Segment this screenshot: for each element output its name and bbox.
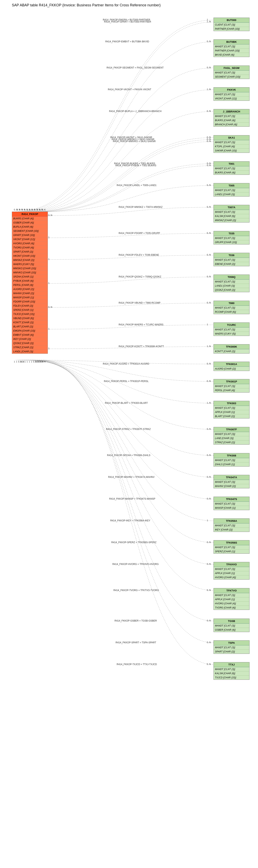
target-field: BRANCH [CHAR (4)] (214, 122, 249, 126)
main-field: EMBVT [CHAR (4)] (12, 333, 48, 337)
target-entity-header: TFK001P (214, 379, 249, 384)
target-field: MANDT [CLNT (3)] (214, 645, 249, 649)
page-title: SAP ABAP table R414_FKKOP {Invoice: Busi… (12, 3, 258, 7)
cardinality-label: 0..N (207, 232, 211, 234)
edge-label: R414_FKKOP-SPZAH = TFK008-ZAHLS (107, 454, 150, 457)
cardinality-label: 0..N (207, 206, 211, 208)
edge-label: R414_FKKOP-SPERZ = TFK056S-SPERZ (111, 541, 156, 544)
edge-label: R414_FKKOP-GPART = BUT000-PARTNER (104, 21, 151, 23)
target-field: LAND1 [CHAR (3)] (214, 192, 249, 196)
target-field: LAND [CHAR (3)] (214, 436, 249, 440)
target-field: VKONT [CHAR (12)] (214, 96, 249, 100)
main-field: BLART [CHAR (2)] (12, 324, 48, 329)
target-field: SPART [CHAR (2)] (214, 649, 249, 654)
target-entity-header: TFK056A (214, 519, 249, 523)
cardinality-label: 0..N (207, 663, 211, 665)
target-field: KALSM [CHAR (6)] (214, 671, 249, 675)
target-entity-box: T059QMANDT [CLNT (3)]LAND1 [CHAR (3)]QSS… (214, 275, 250, 292)
main-field: MWSKO [CHAR (10)] (12, 266, 48, 270)
target-entity-header: T035 (214, 231, 249, 236)
target-entity-header: BUT0BK (214, 39, 249, 44)
cardinality-label: 0..N (48, 306, 52, 308)
edge-label: R414_FKKOP-WAERS = TCURC-WAERS (119, 323, 163, 326)
target-field: MANDT [CLNT (3)] (214, 279, 249, 284)
cardinality-label: 0..N (207, 110, 211, 112)
target-field: MANDT [CLNT (3)] (214, 306, 249, 310)
target-entity-box: TFKTVOMANDT [CLNT (3)]APPLK [CHAR (1)]HV… (214, 588, 250, 610)
target-field: QSSKZ [CHAR (2)] (214, 288, 249, 292)
cardinality-label: 1 (27, 361, 28, 363)
edge-label: R414_FKKOP-IKEY = TFK056A-IKEY (110, 519, 150, 522)
target-field: LAND1 [CHAR (3)] (214, 284, 249, 288)
cardinality-label: 0..N (207, 66, 211, 69)
main-field: HKONT [CHAR (10)] (12, 254, 48, 258)
target-field: MANDT [CLNT (3)] (214, 667, 249, 671)
target-field: WAERS [CUKY (5)] (214, 332, 249, 336)
edge-label: R414_FKKOP-VBUND = T880-RCOMP (119, 302, 160, 304)
target-entity-box: TSPAMANDT [CLNT (3)]SPART [CHAR (2)] (214, 640, 250, 654)
target-entity-box: TFK008MANDT [CLNT (3)]ZAHLS [CHAR (1)] (214, 453, 250, 467)
target-field: MAHNV [CHAR (2)] (214, 484, 249, 488)
target-entity-header: T001 (214, 161, 249, 166)
target-entity-header: TFKHVO (214, 562, 249, 567)
target-entity-box: FAGL_SEGMMANDT [CLNT (3)]SEGMENT [CHAR (… (214, 65, 250, 79)
target-entity-box: TFK047AMANDT [CLNT (3)]MAHNV [CHAR (2)] (214, 475, 250, 488)
target-field: MANDT [CLNT (3)] (214, 92, 249, 96)
target-entity-header: TFK056S (214, 540, 249, 545)
main-field: MANSP [CHAR (1)] (12, 295, 48, 300)
target-entity-header: TCURC (214, 323, 249, 328)
cardinality-label: 1..N (207, 88, 211, 90)
target-field: APPLK [CHAR (1)] (214, 410, 249, 414)
edge-label: R414_FKKOP-STRKZ = TFK007F-STRKZ (106, 428, 151, 431)
cardinality-label: 1..N (207, 402, 211, 404)
cardinality-label: 1 (31, 361, 32, 363)
cardinality-label: 1 (48, 236, 49, 239)
target-entity-header: T880 (214, 301, 249, 306)
target-entity-box: TFK001PMANDT [CLNT (3)]PERSL [CHAR (4)] (214, 379, 250, 393)
main-field: GPART [CHAR (10)] (12, 233, 48, 237)
main-field: TXJCD [CHAR (15)] (12, 312, 48, 316)
target-entity-box: J_1BBRANCHMANDT [CLNT (3)]BUKRS [CHAR (4… (214, 109, 250, 127)
target-field: APPLK [CHAR (1)] (214, 571, 249, 575)
edge-label: R414_FKKOP-FDLEV = T036-EBENE (119, 254, 159, 256)
target-field: MANDT [CLNT (3)] (214, 44, 249, 49)
target-field: APPLK [CHAR (1)] (214, 597, 249, 601)
target-field: MANDT [CLNT (3)] (214, 188, 249, 192)
target-entity-box: TFK056SMANDT [CLNT (3)]SPERZ [CHAR (1)] (214, 540, 250, 554)
cardinality-label: 1 (207, 323, 208, 326)
target-entity-box: TFKHVOMANDT [CLNT (3)]APPLK [CHAR (1)]HV… (214, 562, 250, 580)
target-field: IKEY [CHAR (2)] (214, 528, 249, 532)
target-field: STRKZ [CHAR (2)] (214, 440, 249, 444)
target-entity-box: T036MANDT [CLNT (3)]EBENE [CHAR (2)] (214, 253, 250, 266)
target-entity-header: T036 (214, 253, 249, 258)
cardinality-label: 0..N (207, 428, 211, 430)
target-field: TVORG [CHAR (4)] (214, 606, 249, 610)
cardinality-label: 1 (48, 347, 49, 349)
target-field: BLART [CHAR (2)] (214, 414, 249, 418)
edge-label: R414_FKKOP-AUGRD = TFK001A-AUGRD (103, 363, 149, 365)
target-entity-box: TFK007FMANDT [CLNT (3)]LAND [CHAR (3)]ST… (214, 427, 250, 444)
target-entity-header: SKA1 (214, 135, 249, 140)
main-field: BUKRS [CHAR (4)] (12, 217, 48, 220)
target-entity-header: TGSB (214, 619, 249, 623)
target-field: SEGMENT [CHAR (10)] (214, 74, 249, 79)
target-field: MANSP [CHAR (1)] (214, 506, 249, 510)
target-entity-header: T059Q (214, 275, 249, 279)
cardinality-label: 0..N (207, 619, 211, 622)
cardinality-label: 0..N (207, 40, 211, 42)
main-field: SPZAH [CHAR (1)] (12, 275, 48, 279)
main-field: HVORG [CHAR (4)] (12, 241, 48, 245)
target-field: MANDT [CLNT (3)] (214, 166, 249, 170)
main-field: SPART [CHAR (2)] (12, 250, 48, 254)
edge-label: R414_FKKOP-HVORG = TFKHVO-HVORG (112, 563, 158, 565)
target-entity-box: TFK056AMANDT [CLNT (3)]IKEY [CHAR (2)] (214, 519, 250, 532)
main-field: PYBUK [CHAR (4)] (12, 279, 48, 283)
edge-label: R414_FKKOP-EMBVT = BUT0BK-BKVID (105, 40, 149, 43)
target-field: HVORG [CHAR (4)] (214, 575, 249, 579)
target-entity-header: TTXJ (214, 662, 249, 667)
cardinality-label: 1 (207, 519, 208, 522)
target-entity-box: FKKVKMANDT [CLNT (3)]VKONT [CHAR (12)] (214, 87, 250, 101)
page-root: SAP ABAP table R414_FKKOP {Invoice: Busi… (0, 0, 258, 868)
edge-label: R414_FKKOP-BLART = TFK003-BLART (105, 402, 148, 404)
cardinality-label: 1..N (207, 21, 211, 23)
